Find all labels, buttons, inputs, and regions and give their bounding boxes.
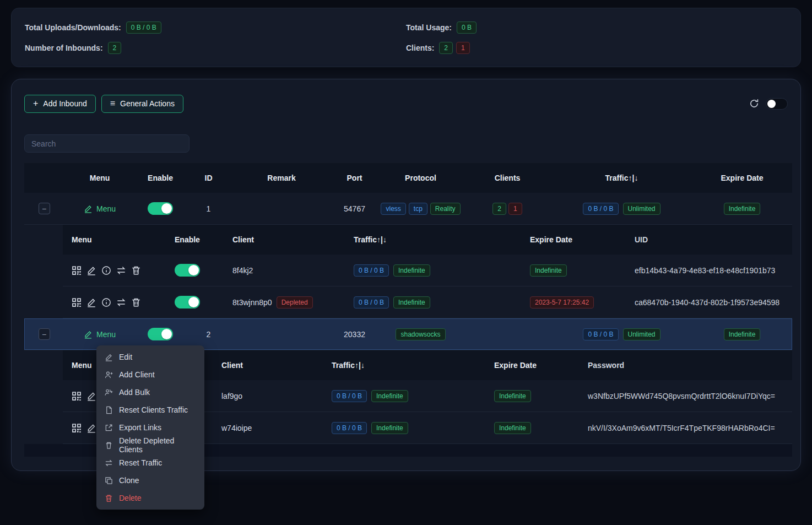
delete-client-icon[interactable] [131, 266, 141, 275]
context-menu-item-delete-depleted-clients[interactable]: Delete Depleted Clients [96, 436, 204, 454]
reset-client-traffic-icon[interactable] [116, 266, 126, 275]
search-input[interactable] [24, 134, 190, 153]
reset-client-traffic-icon[interactable] [116, 297, 126, 307]
header-uid: UID [626, 235, 792, 244]
header-traffic-sort[interactable]: Traffic↑|↓ [551, 174, 692, 182]
header-traffic-sort[interactable]: Traffic↑|↓ [323, 361, 485, 370]
edit-client-icon[interactable] [86, 423, 96, 433]
traffic-badge: 0 B / 0 B [354, 264, 389, 277]
context-menu-item-edit[interactable]: Edit [96, 348, 204, 366]
client-row: 8f4kj2 0 B / 0 B Indefinite Indefinite e… [63, 255, 792, 286]
expire-badge: Indefinite [724, 328, 761, 340]
stat-total-usage: Total Usage: 0 B [406, 21, 787, 34]
toolbar: + Add Inbound ≡ General Actions [24, 94, 788, 113]
protocol-badge: Reality [430, 203, 461, 215]
traffic-limit-badge: Indefinite [371, 390, 408, 402]
header-remark: Remark [232, 174, 331, 182]
header-menu: Menu [64, 174, 136, 182]
info-icon[interactable] [101, 297, 111, 307]
inbound-menu-button[interactable]: Menu [84, 330, 116, 339]
edit-icon [84, 330, 93, 339]
menu-item-label: Clone [119, 476, 139, 485]
inbound-port: 54767 [331, 204, 378, 213]
info-icon[interactable] [101, 266, 111, 275]
header-client: Client [224, 235, 345, 244]
stats-panel: Total Uploads/Downloads: 0 B / 0 B Total… [11, 8, 801, 67]
stat-uploads-value: 0 B / 0 B [126, 21, 161, 34]
delete-client-icon[interactable] [131, 297, 141, 307]
stat-inbounds-value: 2 [108, 42, 122, 54]
traffic-badge: 0 B / 0 B [332, 390, 367, 402]
inbound-menu-button[interactable]: Menu [84, 204, 116, 213]
edit-client-icon[interactable] [86, 297, 96, 307]
traffic-limit-badge: Unlimited [623, 328, 661, 340]
edit-client-icon[interactable] [86, 266, 96, 275]
collapse-row-button[interactable]: − [39, 203, 50, 214]
general-actions-label: General Actions [120, 99, 175, 108]
traffic-badge: 0 B / 0 B [332, 422, 367, 434]
context-menu-item-delete[interactable]: Delete [96, 489, 204, 507]
header-protocol: Protocol [378, 174, 463, 182]
enable-toggle[interactable] [148, 202, 173, 215]
qrcode-icon[interactable] [72, 297, 82, 307]
inbound-port: 20332 [331, 330, 378, 339]
expire-badge: Indefinite [494, 422, 531, 434]
protocol-badge: shadowsocks [396, 328, 445, 340]
qrcode-icon[interactable] [72, 423, 82, 433]
refresh-icon[interactable] [749, 99, 759, 109]
context-menu-item-export-links[interactable]: Export Links [96, 419, 204, 436]
client-uid: efb14b43-4a79-4e83-ef18-e48cf1901b73 [626, 266, 792, 275]
collapse-row-button[interactable]: − [39, 328, 50, 340]
stat-clients: Clients: 2 1 [406, 42, 787, 54]
stat-usage-value: 0 B [457, 21, 477, 34]
header-port: Port [331, 174, 378, 182]
inbound-context-menu: Edit Add Client Add Bulk Reset Clients T… [96, 345, 204, 510]
client-table-vless: Menu Enable Client Traffic↑|↓ Expire Dat… [63, 225, 792, 318]
inbound-id: 1 [185, 204, 232, 213]
menu-item-label: Add Bulk [119, 388, 150, 397]
header-password: Password [579, 361, 792, 370]
client-enable-toggle[interactable] [175, 264, 200, 277]
expire-badge: Indefinite [494, 390, 531, 402]
context-menu-item-add-bulk[interactable]: Add Bulk [96, 383, 204, 401]
expire-badge: 2023-5-7 17:25:42 [530, 296, 594, 308]
inbound-table-header: Menu Enable ID Remark Port Protocol Clie… [24, 163, 792, 193]
add-inbound-button[interactable]: + Add Inbound [24, 95, 96, 113]
context-menu-item-add-client[interactable]: Add Client [96, 366, 204, 383]
traffic-limit-badge: Unlimited [623, 203, 661, 215]
menu-bars-icon: ≡ [110, 99, 115, 108]
clients-depleted-badge: 1 [508, 203, 522, 215]
stat-total-uploads-downloads: Total Uploads/Downloads: 0 B / 0 B [25, 21, 406, 34]
traffic-limit-badge: Indefinite [393, 296, 430, 308]
clients-active-badge: 2 [492, 203, 506, 215]
menu-item-label: Export Links [119, 423, 161, 432]
client-enable-toggle[interactable] [175, 296, 200, 308]
copy-icon [105, 477, 113, 485]
stat-clients-active: 2 [439, 42, 453, 54]
context-menu-item-reset-traffic[interactable]: Reset Traffic [96, 454, 204, 472]
client-name: 8t3wjnn8p0 [232, 298, 272, 307]
inbound-menu-label: Menu [96, 330, 116, 339]
client-uid: ca68470b-1940-437d-802b-1f9573e94598 [626, 298, 792, 307]
header-expire-date: Expire Date [485, 361, 579, 370]
plus-icon: + [33, 99, 38, 108]
context-menu-item-reset-clients-traffic[interactable]: Reset Clients Traffic [96, 401, 204, 419]
expire-badge: Indefinite [724, 203, 761, 215]
qrcode-icon[interactable] [72, 266, 82, 275]
trash-icon [105, 494, 113, 502]
dark-mode-toggle[interactable] [766, 98, 788, 110]
header-client: Client [213, 361, 323, 370]
header-traffic-sort[interactable]: Traffic↑|↓ [345, 235, 521, 244]
client-password: w3NfbzUPf5WWd745Q8pvsmQrdrttT2lO6knuI7Di… [579, 392, 792, 400]
stat-usage-label: Total Usage: [406, 23, 452, 32]
inbound-id: 2 [185, 330, 232, 339]
general-actions-button[interactable]: ≡ General Actions [101, 95, 183, 113]
edit-client-icon[interactable] [86, 391, 96, 401]
expire-badge: Indefinite [530, 264, 567, 277]
client-password: nkV/I/3XoAm9v6xMT/T5IcrF4TpeTKF98rHARbRo… [579, 424, 792, 432]
enable-toggle[interactable] [148, 328, 173, 340]
edit-icon [105, 353, 113, 361]
menu-item-label: Edit [119, 353, 132, 361]
qrcode-icon[interactable] [72, 391, 82, 401]
context-menu-item-clone[interactable]: Clone [96, 472, 204, 489]
